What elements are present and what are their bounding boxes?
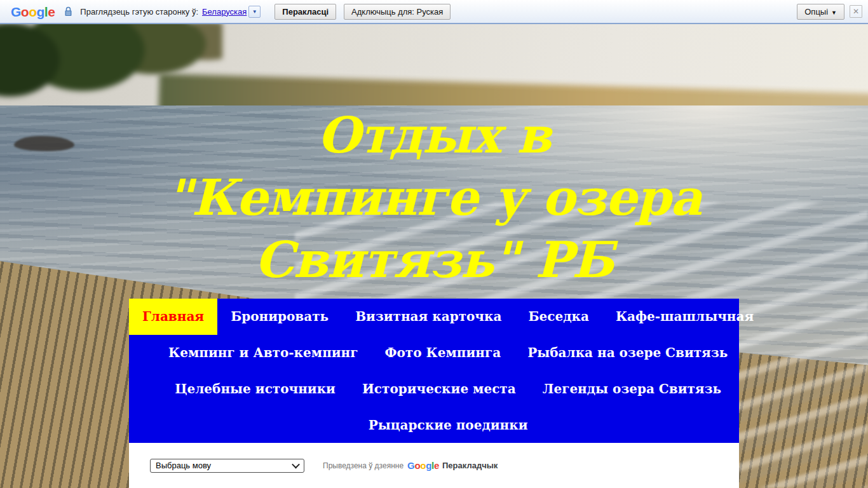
powered-by-google-translate: Прыведзена ў дзеянне Google Перакладчык [323, 461, 498, 470]
nav-item-healing-springs[interactable]: Целебные источники [161, 371, 349, 407]
options-button-label: Опцыі [804, 7, 828, 17]
google-logo-letter: e [48, 4, 55, 19]
translate-bar-right-controls: Опцыі▼ ✕ [797, 4, 862, 20]
language-select-value: Выбраць мову [156, 461, 211, 470]
chevron-down-icon: ▼ [831, 10, 837, 16]
nav-row: Рыцарские поединки [129, 407, 767, 443]
nav-item-gazebo[interactable]: Беседка [515, 299, 602, 335]
nav-item-camping[interactable]: Кемпинг и Авто-кемпинг [155, 335, 372, 371]
nav-item-booking[interactable]: Бронировать [217, 299, 342, 335]
google-logo-letter: o [414, 460, 420, 471]
google-translate-brand-link[interactable]: Перакладчык [442, 461, 498, 470]
site-title[interactable]: Отдых в "Кемпинге у озера Свитязь" РБ [0, 104, 868, 291]
nav-item-cafe[interactable]: Кафе-шашлычная [602, 299, 767, 335]
google-logo[interactable]: Google [407, 461, 439, 470]
target-language-link[interactable]: Беларуская [202, 7, 247, 17]
disable-for-language-button[interactable]: Адключыць для: Руская [344, 4, 451, 20]
main-navigation: Главная Бронировать Визитная карточка Бе… [129, 299, 739, 443]
site-title-line: Отдых в [0, 104, 868, 166]
select-chevron-icon [292, 461, 300, 469]
powered-by-label: Прыведзена ў дзеянне [323, 461, 403, 470]
nav-item-fishing[interactable]: Рыбалка на озере Свитязь [514, 335, 741, 371]
nav-item-lake-legends[interactable]: Легенды озера Свитязь [529, 371, 735, 407]
nav-row: Целебные источники Исторические места Ле… [129, 371, 767, 407]
google-logo-letter: e [434, 460, 439, 471]
translate-button[interactable]: Перакласці [275, 4, 336, 20]
nav-item-historic-places[interactable]: Исторические места [349, 371, 529, 407]
site-title-line: "Кемпинге у озера [0, 166, 868, 229]
chevron-down-icon: ▼ [252, 9, 257, 15]
site-title-line: Свитязь" РБ [0, 229, 868, 291]
content-panel: Выбраць мову Прыведзена ў дзеянне Google… [129, 443, 739, 488]
translate-prompt-label: Праглядзець гэтую старонку ў: [80, 7, 198, 17]
google-logo-letter: g [426, 460, 431, 471]
nav-row: Главная Бронировать Визитная карточка Бе… [129, 299, 767, 335]
nav-item-home[interactable]: Главная [129, 299, 217, 335]
language-dropdown-button[interactable]: ▼ [248, 6, 261, 18]
google-logo-letter: o [21, 4, 29, 19]
nav-item-knight-duels[interactable]: Рыцарские поединки [355, 407, 541, 443]
google-logo: Google [11, 5, 55, 18]
close-icon: ✕ [853, 8, 859, 15]
language-select[interactable]: Выбраць мову [150, 459, 304, 473]
google-logo-letter: G [11, 4, 21, 19]
google-logo-letter: o [420, 460, 426, 471]
lock-icon [64, 6, 72, 17]
nav-item-photos[interactable]: Фото Кемпинга [372, 335, 515, 371]
google-logo-letter: o [29, 4, 36, 19]
google-translate-bar: Google Праглядзець гэтую старонку ў: Бел… [0, 0, 868, 24]
google-logo-letter: g [37, 4, 44, 19]
nav-item-business-card[interactable]: Визитная карточка [342, 299, 515, 335]
close-translate-bar-button[interactable]: ✕ [850, 5, 862, 18]
options-button[interactable]: Опцыі▼ [797, 4, 844, 20]
google-logo-letter: G [407, 460, 414, 471]
nav-row: Кемпинг и Авто-кемпинг Фото Кемпинга Рыб… [129, 335, 767, 371]
